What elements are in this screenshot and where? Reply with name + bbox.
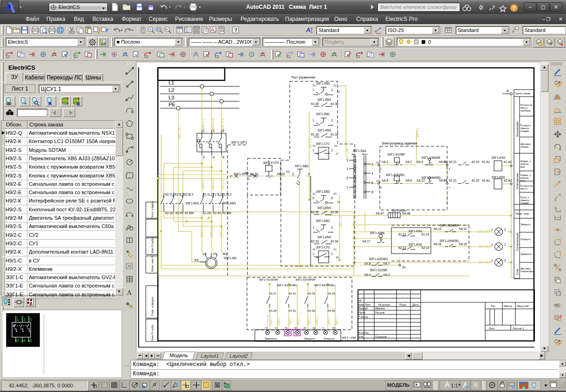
svg-text:6: 6 — [222, 156, 224, 159]
svg-text:2: 2 — [331, 149, 333, 152]
svg-text:ЭЗГ1-2: ЭЗГ1-2 — [220, 227, 223, 237]
svg-text:ХА:47: ХА:47 — [376, 212, 384, 215]
svg-text:Закинило: Закинило — [520, 253, 532, 255]
svg-text:шкафа: шкафа — [520, 130, 529, 132]
svg-text:8: 8 — [332, 327, 335, 329]
svg-text:Закинило: Закинило — [265, 337, 277, 340]
svg-text:ЭЗГ1: ЭЗГ1 — [327, 318, 331, 325]
svg-text:К2:22: К2:22 — [472, 160, 480, 163]
svg-text:ЭЗГ1-SB3: ЭЗГ1-SB3 — [294, 164, 308, 168]
svg-text:ЭЗГ1-9: ЭЗГ1-9 — [309, 138, 312, 149]
svg-text:К2:5L3: К2:5L3 — [184, 193, 193, 196]
svg-text:Закрыто: Закрыто — [304, 337, 315, 340]
svg-text:ЭЗГ1-S5BL: ЭЗГ1-S5BL — [370, 231, 385, 235]
svg-text:К1:34: К1:34 — [331, 133, 338, 136]
svg-text:ЭЗГ1-ЕЛ1: ЭЗГ1-ЕЛ1 — [478, 230, 492, 233]
svg-text:Открыто: Открыто — [324, 337, 335, 340]
svg-text:ХА:13: ХА:13 — [416, 179, 425, 182]
svg-text:ЭЗГ1-S3WSR: ЭЗГ1-S3WSR — [440, 224, 459, 227]
svg-text:ХА:27: ХА:27 — [269, 292, 277, 295]
svg-text:ЭЗГ1-ЕЛ2: ЭЗГ1-ЕЛ2 — [478, 245, 492, 248]
svg-text:ХА:3: ХА:3 — [383, 273, 390, 276]
svg-text:ЭЗГ1-3: ЭЗГ1-3 — [211, 179, 215, 189]
svg-text:Дата: Дата — [412, 303, 419, 306]
svg-text:1: 1 — [491, 228, 493, 231]
svg-text:К1:А1: К1:А1 — [482, 160, 490, 163]
svg-text:Пост управления: Пост управления — [291, 76, 315, 79]
svg-text:ХА:15: ХА:15 — [459, 242, 467, 246]
svg-text:2: 2 — [274, 327, 278, 329]
svg-text:4: 4 — [294, 327, 297, 329]
svg-text:Х1: Х1 — [312, 144, 316, 147]
svg-text:5: 5 — [222, 129, 224, 132]
svg-text:ЭЗГ1: ЭЗГ1 — [277, 318, 280, 325]
svg-text:ЭЗГ1-L1: ЭЗГ1-L1 — [202, 118, 205, 130]
svg-text:ХА:9: ХА:9 — [416, 160, 423, 163]
svg-text:К2:3L2: К2:3L2 — [175, 193, 184, 196]
svg-text:+: + — [24, 101, 26, 106]
svg-text:ЭЗГ1-SB3: ЭЗГ1-SB3 — [316, 82, 330, 85]
svg-text:ХА:8: ХА:8 — [364, 262, 371, 265]
svg-text:№ докум.: № докум. — [378, 303, 391, 306]
svg-text:Масштаб: Масштаб — [517, 305, 529, 307]
svg-text:6: 6 — [371, 181, 373, 184]
svg-text:Закрыто: Закрыто — [520, 223, 530, 226]
svg-text:1:1: 1:1 — [451, 383, 458, 388]
svg-text:A: A — [306, 26, 310, 33]
svg-text:К1:35: К1:35 — [311, 102, 319, 105]
svg-text:ЭЗГ1-SA1: ЭЗГ1-SA1 — [352, 149, 366, 152]
svg-text:Подп.: Подп. — [399, 303, 407, 306]
svg-text:Н.контр.: Н.контр. — [358, 331, 369, 334]
svg-text:ЭЗГ1-4: ЭЗГ1-4 — [200, 227, 203, 237]
svg-text:прибора: прибора — [520, 109, 531, 112]
svg-text:1: 1 — [203, 129, 205, 132]
svg-text:5: 5 — [312, 196, 314, 200]
svg-text:2: 2 — [331, 252, 333, 255]
svg-text:Иванов: Иванов — [375, 307, 385, 310]
svg-text:Напр. знач: Напр. знач — [515, 212, 529, 215]
svg-text:PE: PE — [195, 259, 199, 262]
svg-text:Лист: Лист — [365, 303, 371, 306]
svg-text:Х1: Х1 — [286, 170, 290, 173]
svg-text:Подп. и фадпо: Подп. и фадпо — [151, 296, 154, 316]
svg-text:Взам. инв.Лг: Взам. инв.Лг — [151, 255, 154, 272]
svg-text:ХА:5: ХА:5 — [382, 179, 388, 182]
svg-text:0: 0 — [428, 39, 431, 45]
svg-text:Авт: Авт — [351, 153, 356, 156]
svg-text:3: 3 — [346, 167, 348, 170]
svg-text:A: A — [127, 289, 132, 296]
svg-text:?: ? — [513, 5, 516, 11]
svg-text:5: 5 — [303, 327, 306, 329]
svg-text:Изм: Изм — [358, 303, 364, 306]
svg-text:К2:13: К2:13 — [398, 246, 406, 249]
svg-text:К1:1L1: К1:1L1 — [203, 193, 212, 196]
svg-text:ЭЗГ1-S4W0EL: ЭЗГ1-S4W0EL — [439, 239, 460, 242]
svg-text:ЭЗГ1-F1TH: ЭЗГ1-F1TH — [263, 161, 279, 164]
svg-text:К1:4V: К1:4V — [213, 211, 221, 215]
svg-text:К2:1L1: К2:1L1 — [165, 193, 175, 196]
svg-text:L2: L2 — [169, 87, 174, 93]
svg-text:Х1: Х1 — [443, 160, 447, 163]
svg-text:ЭЗГ1: ЭЗГ1 — [297, 318, 300, 325]
svg-text:К2:21: К2:21 — [449, 160, 457, 163]
svg-text:ХА:48: ХА:48 — [402, 212, 410, 215]
svg-text:22: 22 — [379, 186, 382, 189]
svg-text:Х1: Х1 — [333, 248, 337, 251]
svg-text:ХА:39: ХА:39 — [327, 292, 335, 295]
svg-text:ЭЗГ1: ЭЗГ1 — [335, 318, 338, 325]
svg-text:Листов 1: Листов 1 — [513, 327, 524, 330]
svg-text:Х1: Х1 — [376, 180, 379, 183]
svg-text:Х1: Х1 — [312, 84, 316, 87]
svg-text:ABC: ABC — [554, 303, 560, 307]
svg-text:7: 7 — [322, 327, 325, 329]
svg-text:К1:6W: К1:6W — [222, 211, 232, 215]
svg-text:ЭЗГ1-SB3: ЭЗГ1-SB3 — [316, 190, 330, 193]
svg-text:ЭЗГ1: ЭЗГ1 — [269, 318, 273, 325]
svg-text:Откр.: Откр. — [516, 268, 519, 275]
svg-text:К1:33: К1:33 — [311, 133, 319, 136]
svg-text:3: 3 — [292, 172, 294, 176]
svg-text:?: ? — [234, 27, 238, 33]
svg-text:2: 2 — [371, 163, 373, 166]
svg-text:2: 2 — [504, 228, 506, 231]
svg-text:1: 1 — [264, 327, 267, 329]
